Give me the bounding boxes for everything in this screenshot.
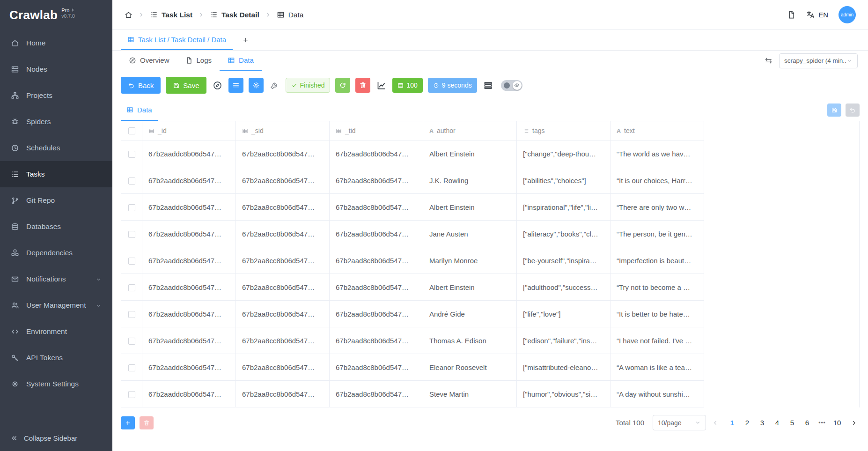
row-checkbox[interactable]: [128, 364, 135, 371]
cell-tid[interactable]: 67b2aad8c8b06d547…: [330, 301, 423, 327]
cell-author[interactable]: Albert Einstein: [423, 274, 517, 301]
save-button[interactable]: Save: [166, 77, 206, 94]
cell-sid[interactable]: 67b2aa8cc8b06d547…: [236, 140, 330, 167]
cell-id[interactable]: 67b2aaddc8b06d547…: [142, 194, 236, 221]
breadcrumb-item-data[interactable]: Data: [277, 11, 304, 19]
column-header-sid[interactable]: _sid: [236, 121, 330, 140]
cell-text[interactable]: “It is better to be hate…: [611, 301, 704, 327]
cell-author[interactable]: J.K. Rowling: [423, 167, 517, 194]
cell-tid[interactable]: 67b2aad8c8b06d547…: [330, 194, 423, 221]
layers-button[interactable]: [483, 81, 493, 90]
page-button-3[interactable]: 3: [755, 415, 770, 430]
row-checkbox[interactable]: [128, 311, 135, 318]
cell-sid[interactable]: 67b2aa8cc8b06d547…: [236, 247, 330, 274]
sidebar-item-user-management[interactable]: User Management: [0, 292, 112, 318]
add-tab-button[interactable]: [239, 34, 251, 46]
rerun-button[interactable]: [335, 78, 350, 93]
cell-tid[interactable]: 67b2aad8c8b06d547…: [330, 221, 423, 247]
cell-id[interactable]: 67b2aaddc8b06d547…: [142, 221, 236, 247]
cell-tid[interactable]: 67b2aad8c8b06d547…: [330, 327, 423, 354]
row-checkbox[interactable]: [128, 231, 135, 238]
sidebar-item-nodes[interactable]: Nodes: [0, 56, 112, 82]
column-header-text[interactable]: Atext: [611, 121, 704, 140]
breadcrumb-item-task-list[interactable]: Task List: [150, 11, 192, 19]
cell-text[interactable]: “Imperfection is beaut…: [611, 247, 704, 274]
sidebar-item-api-tokens[interactable]: API Tokens: [0, 345, 112, 371]
row-checkbox[interactable]: [128, 204, 135, 211]
app-logo[interactable]: Crawlab Pro v0.7.0: [0, 0, 112, 30]
page-button-2[interactable]: 2: [740, 415, 755, 430]
chart-button[interactable]: [376, 81, 386, 90]
cell-author[interactable]: Albert Einstein: [423, 140, 517, 167]
cell-sid[interactable]: 67b2aa8cc8b06d547…: [236, 354, 330, 381]
spider-button[interactable]: [249, 78, 264, 93]
cell-author[interactable]: André Gide: [423, 301, 517, 327]
cell-tags[interactable]: ["humor","obvious","si…: [517, 381, 611, 407]
cell-sid[interactable]: 67b2aa8cc8b06d547…: [236, 327, 330, 354]
avatar[interactable]: admin: [839, 6, 856, 23]
cell-text[interactable]: “The person, be it gen…: [611, 221, 704, 247]
spider-select[interactable]: scrapy_spider (4 min...: [779, 53, 858, 68]
compass-button[interactable]: [213, 81, 222, 90]
cell-author[interactable]: Thomas A. Edison: [423, 327, 517, 354]
sidebar-item-home[interactable]: Home: [0, 30, 112, 56]
cell-sid[interactable]: 67b2aa8cc8b06d547…: [236, 274, 330, 301]
cell-id[interactable]: 67b2aaddc8b06d547…: [142, 247, 236, 274]
cell-tid[interactable]: 67b2aad8c8b06d547…: [330, 247, 423, 274]
row-checkbox[interactable]: [128, 338, 135, 345]
cell-tags[interactable]: ["misattributed-eleano…: [517, 354, 611, 381]
tab-overview[interactable]: Overview: [121, 51, 177, 71]
sidebar-item-notifications[interactable]: Notifications: [0, 266, 112, 292]
cell-text[interactable]: “I have not failed. I've …: [611, 327, 704, 354]
cell-author[interactable]: Jane Austen: [423, 221, 517, 247]
cell-tags[interactable]: ["inspirational","life","li…: [517, 194, 611, 221]
cell-tags[interactable]: ["change","deep-thou…: [517, 140, 611, 167]
sidebar-item-tasks[interactable]: Tasks: [0, 161, 112, 187]
cell-tags[interactable]: ["adulthood","success…: [517, 274, 611, 301]
cell-text[interactable]: “The world as we hav…: [611, 140, 704, 167]
row-checkbox[interactable]: [128, 151, 135, 158]
cell-tid[interactable]: 67b2aad8c8b06d547…: [330, 381, 423, 407]
cell-tags[interactable]: ["be-yourself","inspira…: [517, 247, 611, 274]
sidebar-item-spiders[interactable]: Spiders: [0, 109, 112, 135]
cell-id[interactable]: 67b2aaddc8b06d547…: [142, 274, 236, 301]
page-button-6[interactable]: 6: [800, 415, 815, 430]
display-toggle[interactable]: [501, 80, 522, 91]
cell-tags[interactable]: ["abilities","choices"]: [517, 167, 611, 194]
cell-sid[interactable]: 67b2aa8cc8b06d547…: [236, 221, 330, 247]
page-size-select[interactable]: 10/page: [653, 415, 706, 430]
cell-tid[interactable]: 67b2aad8c8b06d547…: [330, 354, 423, 381]
cell-id[interactable]: 67b2aaddc8b06d547…: [142, 167, 236, 194]
breadcrumb-item-home[interactable]: [125, 11, 132, 19]
cell-tid[interactable]: 67b2aad8c8b06d547…: [330, 140, 423, 167]
column-header-id[interactable]: _id: [142, 121, 236, 140]
collapse-sidebar-button[interactable]: Collapse Sidebar: [0, 425, 112, 451]
cell-tags[interactable]: ["life","love"]: [517, 301, 611, 327]
cell-id[interactable]: 67b2aaddc8b06d547…: [142, 301, 236, 327]
discard-changes-button[interactable]: [846, 104, 860, 117]
save-changes-button[interactable]: [827, 104, 841, 117]
exchange-icon[interactable]: [765, 57, 772, 65]
file-icon-button[interactable]: [787, 10, 796, 19]
cell-tags[interactable]: ["edison","failure","ins…: [517, 327, 611, 354]
row-checkbox[interactable]: [128, 258, 135, 265]
cell-author[interactable]: Eleanor Roosevelt: [423, 354, 517, 381]
page-button-10[interactable]: 10: [830, 415, 845, 430]
select-all-checkbox[interactable]: [128, 127, 135, 134]
cell-text[interactable]: “A woman is like a tea…: [611, 354, 704, 381]
column-header-author[interactable]: Aauthor: [423, 121, 517, 140]
row-checkbox[interactable]: [128, 177, 135, 185]
page-button-4[interactable]: 4: [770, 415, 785, 430]
cell-tid[interactable]: 67b2aad8c8b06d547…: [330, 274, 423, 301]
cell-sid[interactable]: 67b2aa8cc8b06d547…: [236, 167, 330, 194]
row-checkbox[interactable]: [128, 391, 135, 398]
cell-sid[interactable]: 67b2aa8cc8b06d547…: [236, 301, 330, 327]
page-button-5[interactable]: 5: [785, 415, 800, 430]
cell-tid[interactable]: 67b2aad8c8b06d547…: [330, 167, 423, 194]
sidebar-item-dependencies[interactable]: Dependencies: [0, 240, 112, 266]
cell-id[interactable]: 67b2aaddc8b06d547…: [142, 327, 236, 354]
sidebar-item-git-repo[interactable]: Git Repo: [0, 187, 112, 214]
sidebar-item-schedules[interactable]: Schedules: [0, 135, 112, 161]
wrench-button[interactable]: [270, 81, 280, 90]
row-checkbox[interactable]: [128, 284, 135, 291]
